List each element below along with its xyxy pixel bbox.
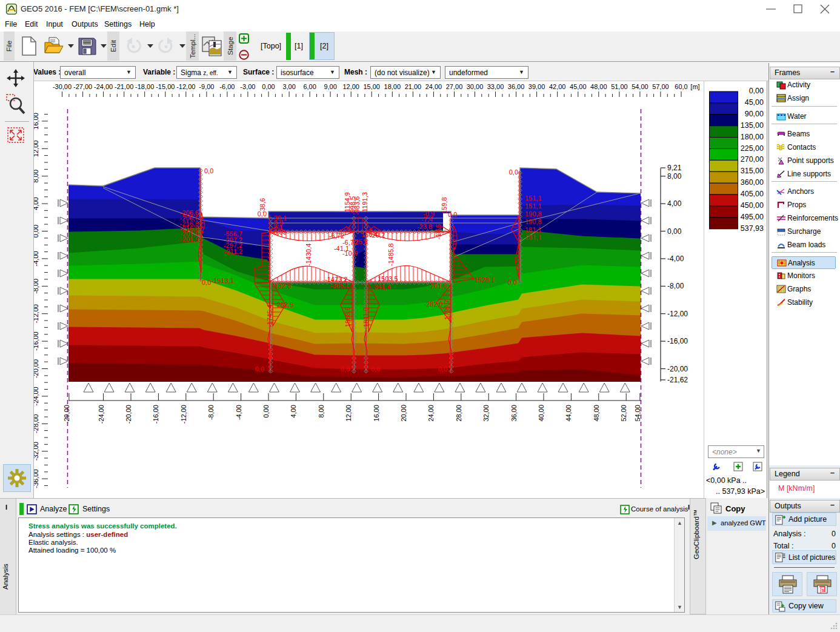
- svg-text:190,8: 190,8: [525, 210, 542, 218]
- svg-text:-282,0: -282,0: [424, 301, 443, 308]
- svg-text:-20,00: -20,00: [125, 405, 132, 424]
- svg-text:40,00: 40,00: [538, 405, 545, 422]
- svg-text:151,1: 151,1: [525, 202, 542, 210]
- svg-text:-15,6: -15,6: [435, 224, 442, 239]
- svg-text:-10,9: -10,9: [342, 250, 358, 257]
- svg-text:0,0: 0,0: [202, 279, 211, 286]
- svg-text:0,0: 0,0: [258, 210, 267, 218]
- svg-text:-211,2: -211,2: [224, 248, 242, 255]
- svg-text:9,00: 9,00: [324, 83, 336, 90]
- svg-text:24,00: 24,00: [425, 83, 442, 90]
- svg-text:18,00: 18,00: [384, 83, 401, 90]
- svg-text:-16,00: -16,00: [152, 405, 159, 424]
- svg-text:-16,00: -16,00: [34, 331, 39, 350]
- svg-text:52,00: 52,00: [620, 405, 627, 422]
- svg-text:12,00: 12,00: [34, 141, 39, 158]
- svg-text:54,00: 54,00: [634, 405, 641, 422]
- svg-text:[s: [s: [820, 587, 825, 593]
- svg-text:51,00: 51,00: [611, 83, 628, 90]
- svg-text:1191,3: 1191,3: [361, 192, 368, 212]
- svg-text:181,1: 181,1: [525, 234, 542, 241]
- svg-text:-24,00: -24,00: [34, 387, 39, 405]
- svg-text:20,00: 20,00: [400, 405, 407, 422]
- svg-text:54,00: 54,00: [632, 83, 648, 90]
- svg-text:42,00: 42,00: [549, 83, 566, 90]
- svg-text:48,00: 48,00: [593, 405, 600, 422]
- svg-text:30,00: 30,00: [467, 83, 484, 90]
- svg-text:-7,4: -7,4: [421, 216, 433, 223]
- svg-text:39,00: 39,00: [528, 83, 545, 90]
- svg-text:262,5: 262,5: [277, 301, 294, 308]
- svg-text:16,00: 16,00: [34, 113, 39, 130]
- svg-text:-23,8: -23,8: [417, 223, 432, 230]
- svg-text:-8,00: -8,00: [667, 282, 684, 290]
- svg-text:151,1: 151,1: [525, 195, 542, 202]
- svg-text:-261,6: -261,6: [428, 282, 447, 290]
- svg-text:27,00: 27,00: [446, 83, 463, 90]
- svg-text:-15,00: -15,00: [156, 83, 175, 90]
- svg-text:1868,6: 1868,6: [344, 307, 352, 327]
- svg-text:0,0: 0,0: [438, 365, 447, 373]
- svg-text:-4,00: -4,00: [235, 405, 242, 420]
- svg-text:-27,00: -27,00: [73, 83, 92, 90]
- svg-text:-1745,4: -1745,4: [266, 305, 273, 327]
- svg-text:-12,00: -12,00: [176, 83, 195, 90]
- svg-text:0,0: 0,0: [448, 211, 457, 218]
- svg-text:36,00: 36,00: [508, 83, 525, 90]
- svg-text:1503,5: 1503,5: [378, 275, 398, 282]
- svg-text:8,00: 8,00: [34, 170, 39, 182]
- svg-text:-12,00: -12,00: [180, 405, 187, 424]
- svg-text:0,00: 0,00: [667, 227, 682, 236]
- svg-text:-36,00: -36,00: [34, 469, 39, 488]
- svg-text:32,00: 32,00: [482, 405, 490, 422]
- svg-text:[m]: [m]: [690, 83, 699, 90]
- svg-text:190,8: 190,8: [525, 218, 542, 225]
- svg-text:-20,00: -20,00: [667, 365, 688, 373]
- svg-text:-21,62: -21,62: [667, 376, 688, 384]
- svg-text:-18,00: -18,00: [135, 83, 154, 90]
- svg-text:-1430,4: -1430,4: [305, 244, 312, 266]
- svg-text:-29,00: -29,00: [63, 405, 70, 424]
- svg-text:341,4: 341,4: [374, 283, 391, 290]
- svg-text:0,0: 0,0: [371, 365, 380, 373]
- svg-text:4,00: 4,00: [34, 197, 39, 210]
- svg-text:-6,09: -6,09: [272, 228, 287, 236]
- svg-text:0,00: 0,00: [262, 405, 270, 417]
- svg-text:0,00: 0,00: [34, 225, 39, 238]
- svg-text:-30,00: -30,00: [53, 83, 72, 90]
- svg-text:44,00: 44,00: [565, 405, 572, 422]
- svg-text:-983,6: -983,6: [353, 196, 361, 215]
- svg-text:0,0: 0,0: [255, 365, 264, 373]
- svg-text:4,00: 4,00: [290, 405, 297, 417]
- svg-text:3,00: 3,00: [282, 83, 295, 90]
- svg-text:12,00: 12,00: [342, 83, 359, 90]
- svg-text:33,00: 33,00: [487, 83, 504, 90]
- svg-text:57,00: 57,00: [652, 83, 669, 90]
- svg-text:4,00: 4,00: [667, 199, 682, 208]
- svg-text:-9,00: -9,00: [199, 83, 214, 90]
- svg-text:-8,00: -8,00: [207, 405, 215, 420]
- svg-text:-12,00: -12,00: [667, 310, 688, 318]
- svg-text:-201,9: -201,9: [180, 236, 199, 243]
- svg-text:0,00: 0,00: [262, 83, 275, 90]
- svg-text:159,8: 159,8: [441, 197, 448, 214]
- svg-text:-1485,8: -1485,8: [387, 244, 395, 266]
- svg-text:-21,00: -21,00: [115, 83, 133, 90]
- svg-text:166,4: 166,4: [361, 231, 378, 238]
- svg-text:-12,00: -12,00: [34, 304, 39, 323]
- svg-text:60,0: 60,0: [675, 83, 687, 90]
- svg-text:15,00: 15,00: [363, 83, 380, 90]
- svg-text:-365,1: -365,1: [330, 282, 349, 289]
- svg-text:9,21: 9,21: [667, 164, 682, 172]
- svg-text:1799,7: 1799,7: [444, 299, 451, 320]
- svg-text:-6,00: -6,00: [219, 83, 235, 90]
- svg-text:1528,1: 1528,1: [475, 276, 495, 284]
- svg-text:28,00: 28,00: [455, 405, 462, 422]
- svg-text:-4,00: -4,00: [34, 251, 39, 266]
- svg-text:-24,00: -24,00: [94, 83, 113, 90]
- svg-text:0,0: 0,0: [204, 167, 213, 175]
- svg-text:6,00: 6,00: [303, 83, 316, 90]
- svg-text:181,1: 181,1: [525, 226, 542, 233]
- svg-text:0,0: 0,0: [509, 168, 518, 176]
- svg-text:-32,00: -32,00: [34, 442, 39, 461]
